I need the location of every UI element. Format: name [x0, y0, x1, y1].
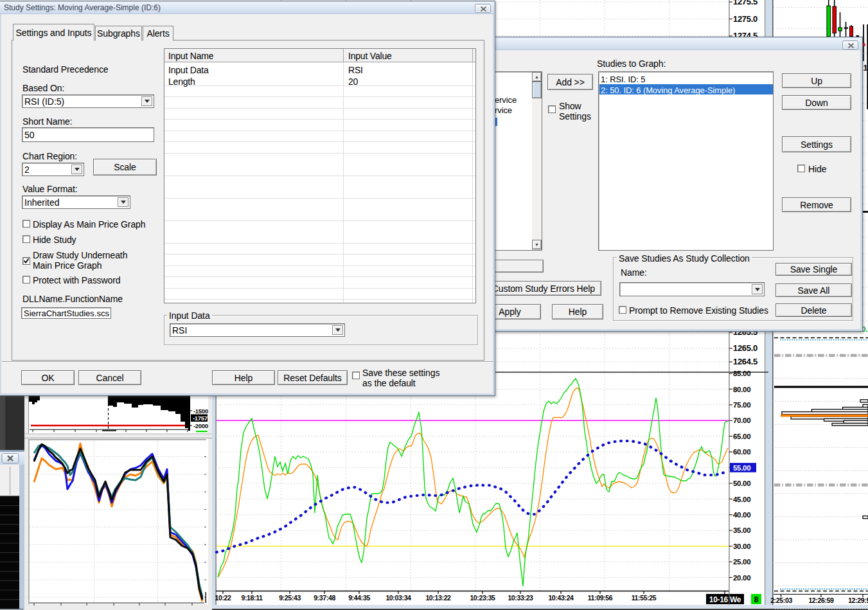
- svg-text:10:43:24: 10:43:24: [548, 594, 574, 602]
- svg-text:11:55:25: 11:55:25: [632, 594, 657, 602]
- svg-text:10:22: 10:22: [215, 594, 231, 602]
- svg-text:30.00: 30.00: [733, 543, 750, 550]
- svg-text:1265.0: 1265.0: [733, 343, 757, 353]
- svg-text:9:25:43: 9:25:43: [279, 594, 301, 602]
- svg-text:10:13:22: 10:13:22: [425, 594, 451, 602]
- svg-text:20.00: 20.00: [733, 574, 750, 582]
- svg-text:1: 1: [864, 64, 868, 73]
- svg-text:85.00: 85.00: [733, 370, 750, 377]
- svg-text:40.00: 40.00: [733, 511, 750, 519]
- svg-text:11:09:56: 11:09:56: [588, 594, 613, 602]
- svg-text:8: 8: [754, 595, 759, 604]
- svg-text:2:25:03: 2:25:03: [770, 597, 792, 604]
- svg-text:1264.5: 1264.5: [733, 357, 757, 366]
- svg-text:10:03:34: 10:03:34: [385, 594, 411, 602]
- svg-text:-1500: -1500: [193, 408, 208, 415]
- svg-text:-2000: -2000: [193, 422, 208, 429]
- svg-text:1275.5: 1275.5: [733, 0, 757, 6]
- svg-text:55.00: 55.00: [733, 464, 750, 472]
- svg-text:25.00: 25.00: [733, 558, 750, 566]
- svg-text:65.00: 65.00: [733, 433, 750, 440]
- svg-text:9:44:35: 9:44:35: [348, 594, 370, 602]
- svg-text:12:26:59: 12:26:59: [808, 597, 834, 604]
- svg-text:45.00: 45.00: [733, 496, 750, 503]
- svg-text:75.00: 75.00: [733, 401, 750, 409]
- svg-text:50.00: 50.00: [733, 480, 750, 487]
- svg-text:70.00: 70.00: [733, 417, 750, 424]
- svg-text:10:33:23: 10:33:23: [508, 594, 533, 602]
- svg-text:10:23:35: 10:23:35: [470, 594, 495, 602]
- svg-text:-1757: -1757: [193, 415, 208, 422]
- svg-text:80.00: 80.00: [733, 386, 750, 393]
- svg-text:60.00: 60.00: [733, 448, 750, 456]
- svg-text:9:37:48: 9:37:48: [314, 594, 335, 602]
- svg-text:10-16 We: 10-16 We: [709, 595, 741, 604]
- svg-text:1275.0: 1275.0: [733, 14, 757, 24]
- svg-text:9:18:11: 9:18:11: [241, 594, 263, 602]
- svg-text:35.00: 35.00: [733, 526, 750, 534]
- svg-text:12:29:5: 12:29:5: [848, 597, 868, 604]
